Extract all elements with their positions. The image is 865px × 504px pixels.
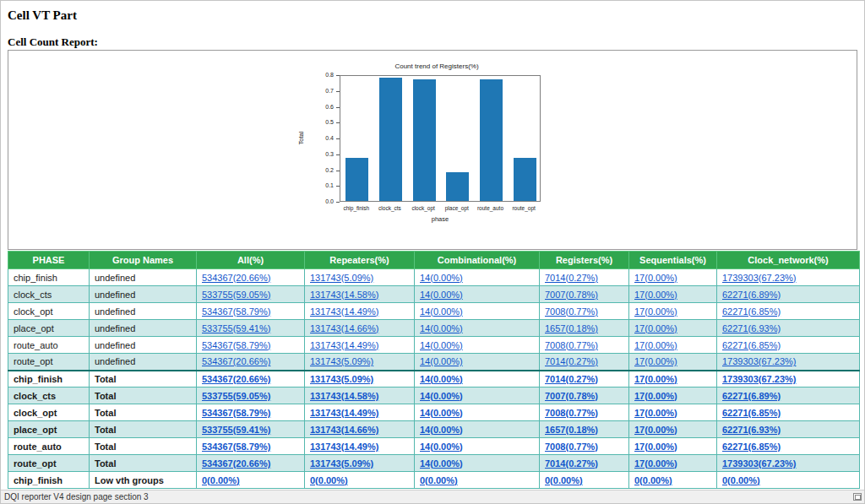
value-link[interactable]: 14(0.00%) (420, 442, 463, 452)
value-link[interactable]: 1739303(67.23%) (722, 374, 796, 384)
value-link[interactable]: 17(0.00%) (634, 458, 677, 469)
value-cell: 7007(0.78%) (540, 387, 629, 404)
value-link[interactable]: 14(0.00%) (420, 340, 463, 350)
value-link[interactable]: 533755(59.05%) (202, 391, 270, 401)
value-link[interactable]: 62271(6.93%) (722, 425, 781, 435)
value-cell: 534367(58.79%) (197, 337, 305, 354)
value-link[interactable]: 131743(14.58%) (310, 391, 378, 401)
value-link[interactable]: 14(0.00%) (420, 458, 463, 469)
value-link[interactable]: 7008(0.77%) (545, 408, 598, 418)
value-link[interactable]: 17(0.00%) (634, 323, 677, 333)
chart-bar-chip_finish (345, 158, 368, 201)
value-cell: 17(0.00%) (629, 269, 717, 286)
value-link[interactable]: 62271(6.85%) (722, 442, 781, 452)
value-link[interactable]: 131743(14.49%) (310, 340, 378, 350)
chart-bar-route_auto (480, 79, 503, 201)
value-link[interactable]: 131743(5.09%) (310, 273, 373, 283)
value-link[interactable]: 7014(0.27%) (545, 356, 598, 366)
table-row: clock_optTotal534367(58.79%)131743(14.49… (8, 404, 860, 421)
value-link[interactable]: 131743(14.66%) (310, 425, 378, 435)
value-link[interactable]: 533755(59.05%) (202, 290, 270, 300)
page-title: Cell VT Part (8, 8, 857, 23)
value-link[interactable]: 62271(6.85%) (722, 306, 781, 317)
value-link[interactable]: 17(0.00%) (634, 273, 677, 283)
value-link[interactable]: 7007(0.78%) (545, 290, 598, 300)
value-link[interactable]: 14(0.00%) (420, 273, 463, 283)
value-link[interactable]: 17(0.00%) (634, 442, 677, 452)
value-link[interactable]: 17(0.00%) (634, 391, 677, 401)
value-link[interactable]: 62271(6.85%) (722, 340, 781, 350)
value-link[interactable]: 14(0.00%) (420, 323, 463, 333)
y-tick-mark (336, 154, 340, 155)
value-link[interactable]: 1657(0.18%) (545, 425, 598, 435)
value-link[interactable]: 0(0.00%) (545, 475, 583, 485)
value-link[interactable]: 7014(0.27%) (545, 374, 598, 384)
value-link[interactable]: 7014(0.27%) (545, 458, 598, 469)
group-name-cell: Total (90, 455, 197, 472)
value-link[interactable]: 17(0.00%) (634, 425, 677, 435)
value-link[interactable]: 0(0.00%) (722, 475, 760, 485)
value-link[interactable]: 0(0.00%) (634, 475, 672, 485)
value-link[interactable]: 17(0.00%) (634, 340, 677, 350)
value-link[interactable]: 7014(0.27%) (545, 273, 598, 283)
resize-grip-icon[interactable] (853, 493, 862, 501)
value-link[interactable]: 131743(5.09%) (310, 458, 373, 469)
value-link[interactable]: 534367(20.66%) (202, 374, 270, 384)
value-link[interactable]: 62271(6.89%) (722, 290, 781, 300)
value-link[interactable]: 131743(14.49%) (310, 306, 378, 317)
value-link[interactable]: 533755(59.41%) (202, 323, 270, 333)
value-link[interactable]: 7008(0.77%) (545, 340, 598, 350)
column-header-all-: All(%) (197, 252, 305, 269)
value-link[interactable]: 14(0.00%) (420, 356, 463, 366)
value-cell: 14(0.00%) (415, 421, 540, 438)
value-link[interactable]: 1739303(67.23%) (722, 273, 796, 283)
value-link[interactable]: 1739303(67.23%) (722, 458, 796, 469)
value-link[interactable]: 7008(0.77%) (545, 306, 598, 317)
value-link[interactable]: 14(0.00%) (420, 374, 463, 384)
value-link[interactable]: 7007(0.78%) (545, 391, 598, 401)
value-link[interactable]: 131743(5.09%) (310, 356, 373, 366)
value-link[interactable]: 0(0.00%) (310, 475, 348, 485)
y-tick-label: 0.3 (300, 151, 334, 157)
chart-title: Count trend of Registers(%) (335, 62, 538, 70)
value-link[interactable]: 62271(6.85%) (722, 408, 781, 418)
value-link[interactable]: 534367(20.66%) (202, 356, 270, 366)
table-body: chip_finishundefined534367(20.66%)131743… (8, 269, 860, 489)
table-row: chip_finishundefined534367(20.66%)131743… (8, 269, 860, 286)
value-link[interactable]: 1657(0.18%) (545, 323, 598, 333)
value-link[interactable]: 17(0.00%) (634, 374, 677, 384)
y-tick-label: 0.1 (300, 182, 334, 188)
value-link[interactable]: 14(0.00%) (420, 306, 463, 317)
value-link[interactable]: 534367(58.79%) (202, 306, 270, 317)
value-link[interactable]: 131743(14.58%) (310, 290, 378, 300)
value-link[interactable]: 17(0.00%) (634, 290, 677, 300)
value-link[interactable]: 1739303(67.23%) (722, 356, 796, 366)
value-link[interactable]: 534367(20.66%) (202, 458, 270, 469)
value-link[interactable]: 131743(14.66%) (310, 323, 378, 333)
value-cell: 131743(5.09%) (305, 354, 415, 371)
value-link[interactable]: 14(0.00%) (420, 425, 463, 435)
value-link[interactable]: 534367(20.66%) (202, 273, 270, 283)
value-link[interactable]: 0(0.00%) (420, 475, 458, 485)
value-link[interactable]: 14(0.00%) (420, 408, 463, 418)
value-link[interactable]: 17(0.00%) (634, 306, 677, 317)
value-link[interactable]: 533755(59.41%) (202, 425, 270, 435)
value-link[interactable]: 131743(14.49%) (310, 442, 378, 452)
value-link[interactable]: 14(0.00%) (420, 290, 463, 300)
value-link[interactable]: 62271(6.89%) (722, 391, 781, 401)
value-link[interactable]: 0(0.00%) (202, 475, 240, 485)
value-link[interactable]: 7008(0.77%) (545, 442, 598, 452)
header-section: Cell VT Part Cell Count Report: (1, 1, 864, 49)
value-link[interactable]: 17(0.00%) (634, 356, 677, 366)
value-link[interactable]: 131743(14.49%) (310, 408, 378, 418)
value-link[interactable]: 17(0.00%) (634, 408, 677, 418)
value-link[interactable]: 62271(6.93%) (722, 323, 781, 333)
value-cell: 7008(0.77%) (540, 404, 629, 421)
column-header-clock-network-: Clock_network(%) (717, 252, 860, 269)
value-link[interactable]: 14(0.00%) (420, 391, 463, 401)
value-link[interactable]: 534367(58.79%) (202, 408, 270, 418)
value-link[interactable]: 131743(5.09%) (310, 374, 373, 384)
value-link[interactable]: 534367(58.79%) (202, 442, 270, 452)
value-cell: 17(0.00%) (629, 337, 717, 354)
value-link[interactable]: 534367(58.79%) (202, 340, 270, 350)
